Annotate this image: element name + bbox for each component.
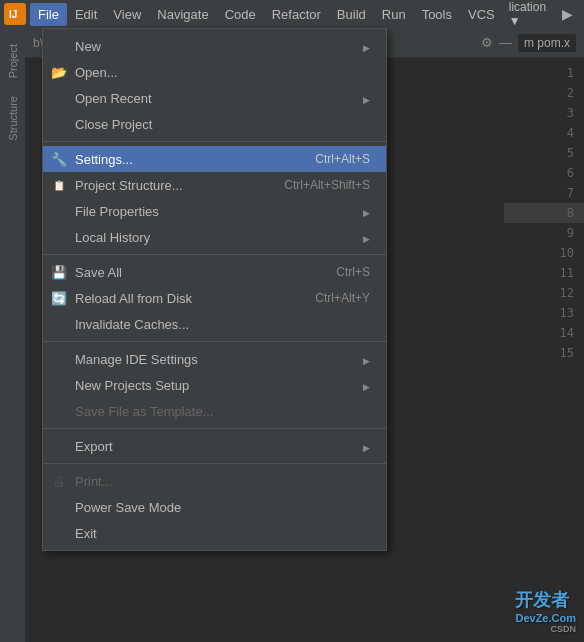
structure-icon: 📋 [51, 177, 67, 193]
menu-item-file-properties[interactable]: File Properties [43, 198, 386, 224]
menu-item-open[interactable]: 📂 Open... [43, 59, 386, 85]
line-11: 11 [504, 263, 584, 283]
side-panel-left: Project Structure [0, 28, 25, 642]
menu-item-invalidate-caches[interactable]: Invalidate Caches... [43, 311, 386, 337]
watermark-sub: CSDN [515, 624, 576, 634]
watermark-line1: 开发者 [515, 590, 569, 610]
svg-text:IJ: IJ [9, 9, 17, 20]
app-icon: IJ [4, 3, 26, 25]
run-button[interactable]: ▶ [556, 3, 579, 25]
separator-3 [43, 341, 386, 342]
toolbar-icon-settings[interactable]: ⚙ [481, 35, 493, 50]
line-13: 13 [504, 303, 584, 323]
menu-refactor[interactable]: Refactor [264, 3, 329, 26]
line-8: 8 [504, 203, 584, 223]
menu-item-manage-ide[interactable]: Manage IDE Settings [43, 346, 386, 372]
save-all-shortcut: Ctrl+S [336, 265, 370, 279]
menu-item-save-all[interactable]: 💾 Save All Ctrl+S [43, 259, 386, 285]
menu-build[interactable]: Build [329, 3, 374, 26]
arrow-icon-new-projects [363, 378, 370, 393]
menu-item-close-project[interactable]: Close Project [43, 111, 386, 137]
menu-item-exit[interactable]: Exit [43, 520, 386, 546]
reload-shortcut: Ctrl+Alt+Y [315, 291, 370, 305]
separator-5 [43, 463, 386, 464]
arrow-icon-local-history [363, 230, 370, 245]
line-15: 15 [504, 343, 584, 363]
menu-tools[interactable]: Tools [414, 3, 460, 26]
menu-item-power-save[interactable]: Power Save Mode [43, 494, 386, 520]
menu-edit[interactable]: Edit [67, 3, 105, 26]
menu-item-local-history[interactable]: Local History [43, 224, 386, 250]
menu-run[interactable]: Run [374, 3, 414, 26]
line-9: 9 [504, 223, 584, 243]
wrench-icon: 🔧 [51, 151, 67, 167]
arrow-icon-file-properties [363, 204, 370, 219]
menu-item-save-template: Save File as Template... [43, 398, 386, 424]
menu-item-open-recent[interactable]: Open Recent [43, 85, 386, 111]
panel-structure[interactable]: Structure [3, 88, 23, 149]
line-5: 5 [504, 143, 584, 163]
folder-icon: 📂 [51, 64, 67, 80]
line-numbers: 1 2 3 4 5 6 7 8 9 10 11 12 13 14 15 [504, 59, 584, 642]
line-12: 12 [504, 283, 584, 303]
toolbar-icon-minimize[interactable]: — [499, 35, 512, 50]
menu-item-print: 🖨 Print... [43, 468, 386, 494]
file-dropdown-menu: New 📂 Open... Open Recent Close Project … [42, 28, 387, 551]
menu-item-reload[interactable]: 🔄 Reload All from Disk Ctrl+Alt+Y [43, 285, 386, 311]
line-10: 10 [504, 243, 584, 263]
menu-item-new-projects-setup[interactable]: New Projects Setup [43, 372, 386, 398]
menu-vcs[interactable]: VCS [460, 3, 503, 26]
menu-item-project-structure[interactable]: 📋 Project Structure... Ctrl+Alt+Shift+S [43, 172, 386, 198]
menu-bar-right: lication ▼ ▶ ⚙ ↺ [503, 0, 584, 31]
project-structure-shortcut: Ctrl+Alt+Shift+S [284, 178, 370, 192]
line-6: 6 [504, 163, 584, 183]
save-icon: 💾 [51, 264, 67, 280]
separator-4 [43, 428, 386, 429]
arrow-icon-export [363, 439, 370, 454]
editor-toolbar-right: ⚙ — m pom.x [481, 34, 576, 52]
line-4: 4 [504, 123, 584, 143]
arrow-icon-manage-ide [363, 352, 370, 367]
line-3: 3 [504, 103, 584, 123]
panel-project[interactable]: Project [3, 36, 23, 86]
menu-code[interactable]: Code [217, 3, 264, 26]
settings-shortcut: Ctrl+Alt+S [315, 152, 370, 166]
arrow-icon-recent [363, 91, 370, 106]
watermark-line2: DevZe.Com [515, 612, 576, 624]
separator-1 [43, 141, 386, 142]
separator-2 [43, 254, 386, 255]
print-icon: 🖨 [51, 473, 67, 489]
line-7: 7 [504, 183, 584, 203]
menu-item-new[interactable]: New [43, 33, 386, 59]
line-1: 1 [504, 63, 584, 83]
reload-icon: 🔄 [51, 290, 67, 306]
menu-navigate[interactable]: Navigate [149, 3, 216, 26]
file-tab[interactable]: m pom.x [518, 34, 576, 52]
menu-file[interactable]: File [30, 3, 67, 26]
menu-bar: IJ File Edit View Navigate Code Refactor… [0, 0, 584, 28]
line-2: 2 [504, 83, 584, 103]
menu-item-settings[interactable]: 🔧 Settings... Ctrl+Alt+S [43, 146, 386, 172]
arrow-icon-new [363, 39, 370, 54]
line-14: 14 [504, 323, 584, 343]
watermark: 开发者 DevZe.Com CSDN [515, 588, 576, 634]
run-config[interactable]: lication ▼ [503, 0, 552, 31]
menu-view[interactable]: View [105, 3, 149, 26]
menu-item-export[interactable]: Export [43, 433, 386, 459]
